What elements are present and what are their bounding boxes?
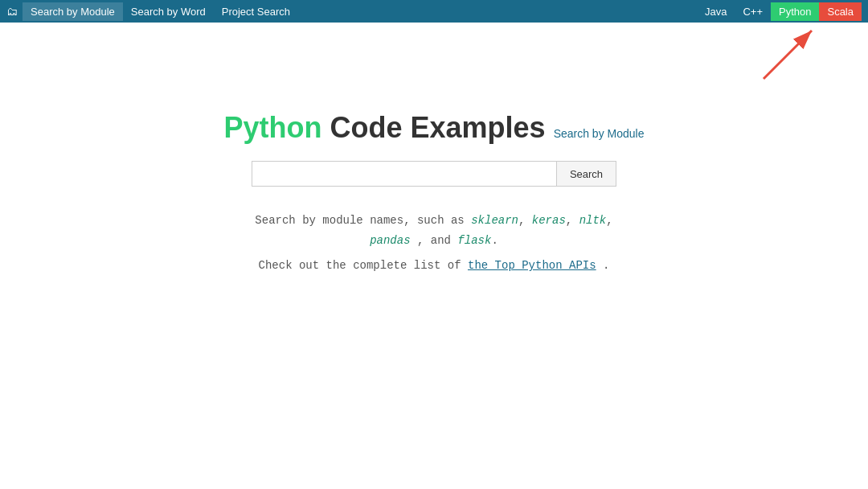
module-flask[interactable]: flask: [457, 234, 491, 247]
desc-and: , and: [417, 234, 457, 247]
navbar: 🗂 Search by Module Search by Word Projec…: [0, 0, 868, 23]
title-search-link[interactable]: Search by Module: [554, 127, 645, 140]
check-prefix: Check out the complete list of: [259, 259, 461, 272]
main-content: Python Code Examples Search by Module Se…: [0, 23, 868, 272]
lang-scala[interactable]: Scala: [819, 2, 862, 21]
desc-line2: pandas , and flask.: [255, 231, 612, 251]
top-python-apis-link[interactable]: the Top Python APIs: [468, 259, 596, 272]
lang-cpp[interactable]: C++: [735, 2, 771, 21]
navbar-left: 🗂 Search by Module Search by Word Projec…: [6, 2, 298, 21]
module-pandas[interactable]: pandas: [370, 234, 410, 247]
nav-search-by-module[interactable]: Search by Module: [23, 2, 123, 21]
module-keras[interactable]: keras: [532, 214, 566, 227]
title-code-examples: Code Examples: [330, 111, 546, 145]
check-suffix: .: [603, 259, 609, 272]
module-sklearn[interactable]: sklearn: [471, 214, 518, 227]
desc-prefix: Search by module names, such as: [255, 214, 464, 227]
nav-search-by-word[interactable]: Search by Word: [123, 2, 214, 21]
search-bar: Search: [252, 161, 616, 187]
lang-python[interactable]: Python: [771, 2, 819, 21]
search-button[interactable]: Search: [557, 161, 616, 187]
check-complete: Check out the complete list of the Top P…: [259, 259, 610, 272]
description: Search by module names, such as sklearn,…: [255, 211, 612, 251]
page-title: Python Code Examples Search by Module: [224, 111, 645, 145]
navbar-right: Java C++ Python Scala: [697, 2, 862, 21]
nav-project-search[interactable]: Project Search: [214, 2, 298, 21]
module-nltk[interactable]: nltk: [579, 214, 607, 227]
title-python: Python: [224, 111, 322, 145]
lang-java[interactable]: Java: [697, 2, 735, 21]
desc-line1: Search by module names, such as sklearn,…: [255, 211, 612, 231]
search-input[interactable]: [252, 161, 557, 187]
app-icon: 🗂: [6, 5, 18, 18]
